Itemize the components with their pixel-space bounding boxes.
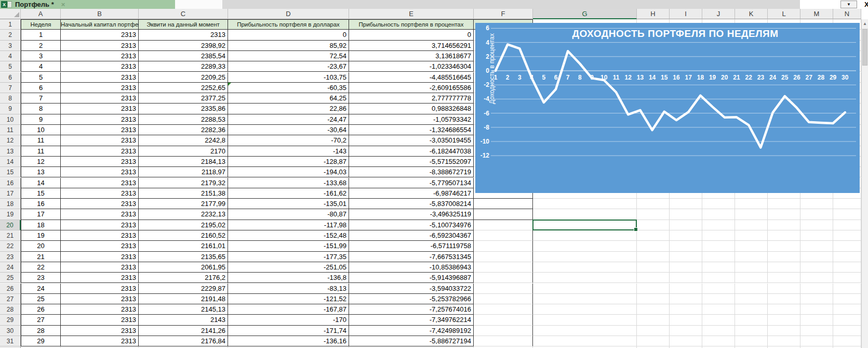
- row-header-28[interactable]: 28: [0, 304, 21, 315]
- cell-C6[interactable]: 2209,25: [139, 72, 228, 83]
- row-header-27[interactable]: 27: [0, 294, 21, 304]
- cell-N29[interactable]: [833, 315, 861, 325]
- cell-L24[interactable]: [768, 262, 800, 273]
- cell-H29[interactable]: [637, 315, 670, 325]
- cell-E23[interactable]: -7,667531345: [349, 252, 474, 262]
- cell-L30[interactable]: [768, 326, 800, 336]
- cell-F29[interactable]: [474, 315, 533, 325]
- cell-F28[interactable]: [474, 304, 533, 315]
- cell-B29[interactable]: 2313: [61, 315, 139, 325]
- cell-B30[interactable]: 2313: [61, 326, 139, 336]
- cell-F26[interactable]: [474, 283, 533, 294]
- cell-G28[interactable]: [533, 304, 637, 315]
- col-header-K[interactable]: K: [735, 9, 768, 19]
- cell-J26[interactable]: [702, 283, 735, 294]
- col-header-F[interactable]: F: [474, 9, 533, 19]
- cell-D28[interactable]: -167,87: [228, 304, 349, 315]
- cell-E22[interactable]: -6,571119758: [349, 241, 474, 251]
- cell-N24[interactable]: [833, 262, 861, 273]
- cell-D16[interactable]: -133,68: [228, 178, 349, 188]
- cell-D15[interactable]: -194,03: [228, 167, 349, 177]
- cell-C13[interactable]: 2170: [139, 146, 228, 157]
- cell-D5[interactable]: -23,67: [228, 61, 349, 72]
- row-header-20[interactable]: 20: [0, 220, 21, 230]
- row-header-10[interactable]: 10: [0, 114, 21, 125]
- cell-J23[interactable]: [702, 252, 735, 262]
- cell-D31[interactable]: -136,16: [228, 336, 349, 346]
- cell-D30[interactable]: -171,74: [228, 326, 349, 336]
- cell-D23[interactable]: -177,35: [228, 252, 349, 262]
- cell-C18[interactable]: 2177,99: [139, 199, 228, 209]
- cell-B26[interactable]: 2313: [61, 283, 139, 294]
- cell-J24[interactable]: [702, 262, 735, 273]
- cell-J31[interactable]: [702, 336, 735, 346]
- cell-D24[interactable]: -251,05: [228, 262, 349, 273]
- cell-E11[interactable]: -1,324686554: [349, 125, 474, 135]
- dropdown-button[interactable]: ▼: [840, 1, 857, 8]
- cell-N28[interactable]: [833, 304, 861, 315]
- cell-F22[interactable]: [474, 241, 533, 251]
- cell-N20[interactable]: [833, 220, 861, 230]
- fill-handle[interactable]: [634, 227, 638, 231]
- row-header-29[interactable]: 29: [0, 315, 21, 325]
- row-header-8[interactable]: 8: [0, 93, 21, 104]
- cell-D21[interactable]: -152,48: [228, 230, 349, 241]
- cell-B5[interactable]: 2313: [61, 61, 139, 72]
- cell-J18[interactable]: [702, 199, 735, 209]
- cell-G21[interactable]: [533, 230, 637, 241]
- cell-A16[interactable]: 14: [21, 178, 61, 188]
- cell-C21[interactable]: 2160,52: [139, 230, 228, 241]
- cell-D27[interactable]: -121,52: [228, 294, 349, 304]
- cell-B7[interactable]: 2313: [61, 83, 139, 93]
- cell-F30[interactable]: [474, 326, 533, 336]
- cell-A13[interactable]: 11: [21, 146, 61, 157]
- cell-A5[interactable]: 4: [21, 61, 61, 72]
- chart[interactable]: 6420-2-4-6-8-10-121234567891011121314151…: [475, 23, 860, 193]
- cell-C22[interactable]: 2161,01: [139, 241, 228, 251]
- cell-N26[interactable]: [833, 283, 861, 294]
- cell-D12[interactable]: -70,2: [228, 135, 349, 146]
- cell-B17[interactable]: 2313: [61, 188, 139, 199]
- cell-J22[interactable]: [702, 241, 735, 251]
- cell-C3[interactable]: 2398,92: [139, 41, 228, 51]
- cell-I22[interactable]: [670, 241, 702, 251]
- cell-K18[interactable]: [735, 199, 768, 209]
- cell-L27[interactable]: [768, 294, 800, 304]
- cell-K22[interactable]: [735, 241, 768, 251]
- cell-B8[interactable]: 2313: [61, 93, 139, 104]
- cell-H25[interactable]: [637, 273, 670, 283]
- col-header-N[interactable]: N: [833, 9, 861, 19]
- cell-I18[interactable]: [670, 199, 702, 209]
- cell-A18[interactable]: 16: [21, 199, 61, 209]
- cell-C16[interactable]: 2179,32: [139, 178, 228, 188]
- cell-B18[interactable]: 2313: [61, 199, 139, 209]
- row-header-25[interactable]: 25: [0, 273, 21, 283]
- cell-C17[interactable]: 2151,38: [139, 188, 228, 199]
- cell-A12[interactable]: 11: [21, 135, 61, 146]
- cell-A28[interactable]: 26: [21, 304, 61, 315]
- row-header-18[interactable]: 18: [0, 199, 21, 209]
- cell-G22[interactable]: [533, 241, 637, 251]
- cell-B20[interactable]: 2313: [61, 220, 139, 230]
- cell-M31[interactable]: [800, 336, 833, 346]
- cell-C2[interactable]: 2313: [139, 30, 228, 40]
- cell-N18[interactable]: [833, 199, 861, 209]
- cell-E31[interactable]: -5,886727194: [349, 336, 474, 346]
- cell-B10[interactable]: 2313: [61, 114, 139, 125]
- row-header-5[interactable]: 5: [0, 61, 21, 72]
- col-header-C[interactable]: C: [139, 9, 228, 19]
- cell-C29[interactable]: 2143: [139, 315, 228, 325]
- cell-E30[interactable]: -7,424989192: [349, 326, 474, 336]
- cell-B22[interactable]: 2313: [61, 241, 139, 251]
- cell-C10[interactable]: 2288,53: [139, 114, 228, 125]
- col-header-G[interactable]: G: [533, 9, 637, 19]
- cell-G18[interactable]: [533, 199, 637, 209]
- cell-E14[interactable]: -5,571552097: [349, 157, 474, 167]
- cell-L26[interactable]: [768, 283, 800, 294]
- cell-N27[interactable]: [833, 294, 861, 304]
- cell-F27[interactable]: [474, 294, 533, 304]
- scrollbar-thumb[interactable]: [862, 29, 867, 66]
- row-header-9[interactable]: 9: [0, 104, 21, 114]
- chart-line-series[interactable]: [496, 44, 845, 147]
- cell-N30[interactable]: [833, 326, 861, 336]
